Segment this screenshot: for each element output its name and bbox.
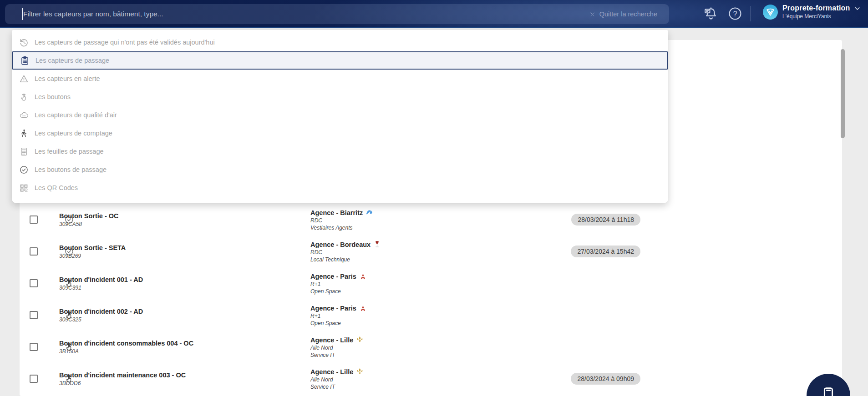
quit-search-label: Quitter la recherche — [599, 10, 657, 18]
topbar-divider — [751, 6, 751, 21]
search-bar[interactable]: Quitter la recherche — [5, 4, 669, 24]
suggestion-item[interactable]: Les capteurs en alerte — [12, 70, 668, 88]
wine-glass-emoji-icon — [373, 241, 381, 248]
site-zone: Vestiaires Agents — [310, 225, 373, 231]
site-floor: R+1 — [310, 281, 367, 287]
site-zone: Service IT — [310, 352, 364, 358]
site-name: Agence - Lille — [310, 336, 353, 344]
site-name: Agence - Paris — [310, 273, 356, 280]
sensor-row[interactable]: Bouton Sortie - OC 309CA58 Agence - Biar… — [20, 204, 842, 236]
sensor-id: 3B150A — [59, 348, 193, 355]
sensor-main: Bouton Sortie - SETA 309B269 — [59, 244, 126, 259]
sensor-main: Bouton d'incident 002 - AD 309C325 — [59, 308, 143, 323]
search-suggestions-dropdown: Les capteurs de passage qui n'ont pas ét… — [12, 30, 668, 203]
row-checkbox[interactable] — [30, 311, 38, 319]
sensor-name: Bouton Sortie - OC — [59, 212, 119, 220]
fleur-de-lis-emoji-icon — [356, 336, 364, 344]
row-checkbox[interactable] — [30, 279, 38, 287]
sensor-location: Agence - Paris R+1 Open Space — [310, 272, 367, 295]
text-cursor — [22, 8, 23, 20]
sensor-location: Agence - Biarritz RDC Vestiaires Agents — [310, 209, 373, 231]
scrollbar-thumb[interactable] — [841, 49, 845, 138]
walking-person-icon — [19, 129, 29, 138]
site-name: Agence - Lille — [310, 368, 353, 376]
site-floor: Aile Nord — [310, 345, 364, 351]
sensor-list: Bouton Sortie - OC 309CA58 Agence - Biar… — [20, 204, 842, 395]
sensor-name: Bouton d'incident 002 - AD — [59, 308, 143, 315]
suggestion-item[interactable]: Les capteurs de passage qui n'ont pas ét… — [12, 33, 668, 51]
account-team: L'équipe MerciYanis — [782, 13, 861, 20]
notification-bell-icon — [703, 6, 719, 21]
suggestion-item[interactable]: Les boutons — [12, 88, 668, 106]
app-screen: Quitter la recherche ? Proprete-formatio… — [0, 0, 868, 396]
sensor-row[interactable]: Bouton d'incident 001 - AD 309C391 Agenc… — [20, 267, 842, 299]
account-menu[interactable]: Proprete-formation L'équipe MerciYanis — [763, 4, 861, 20]
topbar: Quitter la recherche ? Proprete-formatio… — [0, 0, 868, 28]
site-zone: Local Technique — [310, 256, 381, 263]
site-floor: RDC — [310, 217, 373, 224]
suggestion-item[interactable]: CO2 Les capteurs de qualité d'air — [12, 106, 668, 124]
sensor-name: Bouton d'incident consommables 004 - OC — [59, 340, 193, 347]
quit-search-button[interactable]: Quitter la recherche — [589, 10, 657, 18]
tokyo-tower-emoji-icon — [359, 304, 367, 312]
sensor-name: Bouton d'incident maintenance 003 - OC — [59, 371, 186, 379]
account-text: Proprete-formation L'équipe MerciYanis — [782, 4, 861, 20]
site-floor: Aile Nord — [310, 376, 364, 383]
sensor-name: Bouton Sortie - SETA — [59, 244, 126, 251]
sensor-main: Bouton d'incident 001 - AD 309C391 — [59, 276, 143, 291]
fleur-de-lis-emoji-icon — [356, 368, 364, 376]
site-floor: R+1 — [310, 313, 367, 319]
row-checkbox[interactable] — [30, 375, 38, 383]
site-zone: Open Space — [310, 320, 367, 326]
sensor-id: 309B269 — [59, 253, 126, 259]
svg-text:?: ? — [733, 10, 737, 18]
sensor-location: Agence - Bordeaux RDC Local Technique — [310, 241, 381, 263]
sensor-main: Bouton d'incident maintenance 003 - OC 3… — [59, 371, 186, 386]
alert-triangle-icon — [19, 74, 29, 84]
row-checkbox[interactable] — [30, 247, 38, 256]
sensor-id: 309C391 — [59, 285, 143, 291]
sensor-row[interactable]: Bouton d'incident 002 - AD 309C325 Agenc… — [20, 299, 842, 331]
suggestion-item[interactable]: Les capteurs de passage — [12, 51, 668, 70]
check-circle-icon — [19, 165, 29, 175]
sensor-location: Agence - Lille Aile Nord Service IT — [310, 368, 364, 390]
site-name: Agence - Biarritz — [310, 209, 363, 216]
notifications-button[interactable] — [703, 6, 719, 21]
sensor-name: Bouton d'incident 001 - AD — [59, 276, 143, 283]
account-name: Proprete-formation — [782, 4, 850, 12]
sensor-main: Bouton d'incident consommables 004 - OC … — [59, 340, 193, 355]
svg-text:CO2: CO2 — [22, 115, 25, 116]
sensor-id: 309C325 — [59, 316, 143, 323]
merciyanis-shield-logo — [763, 5, 778, 20]
sensor-id: 309CA58 — [59, 221, 119, 227]
search-input[interactable] — [5, 4, 589, 24]
sensor-location: Agence - Lille Aile Nord Service IT — [310, 336, 364, 358]
site-floor: RDC — [310, 249, 381, 256]
sensor-row[interactable]: Bouton Sortie - SETA 309B269 Agence - Bo… — [20, 236, 842, 267]
site-name: Agence - Bordeaux — [310, 241, 371, 248]
suggestion-item[interactable]: Les QR Codes — [12, 179, 668, 197]
help-button[interactable]: ? — [727, 6, 743, 21]
site-name: Agence - Paris — [310, 305, 356, 312]
suggestion-item[interactable]: Les capteurs de comptage — [12, 124, 668, 142]
phone-icon — [818, 385, 839, 396]
sensor-row[interactable]: Bouton d'incident maintenance 003 - OC 3… — [20, 363, 842, 395]
last-seen-badge: 28/03/2024 à 11h18 — [571, 214, 640, 226]
history-icon — [19, 38, 29, 47]
help-icon: ? — [727, 6, 743, 21]
sensor-main: Bouton Sortie - OC 309CA58 — [59, 212, 119, 227]
air-quality-icon: CO2 — [19, 110, 29, 120]
last-seen-badge: 27/03/2024 à 15h42 — [571, 246, 640, 257]
sensor-id: 3BDDD6 — [59, 380, 186, 386]
last-seen-badge: 28/03/2024 à 09h09 — [571, 373, 640, 385]
site-zone: Open Space — [310, 288, 367, 295]
row-checkbox[interactable] — [30, 216, 38, 224]
sensor-location: Agence - Paris R+1 Open Space — [310, 304, 367, 326]
sensor-row[interactable]: Bouton d'incident consommables 004 - OC … — [20, 331, 842, 363]
clipboard-icon — [20, 56, 30, 65]
passage-sheet-icon — [19, 147, 29, 156]
row-checkbox[interactable] — [30, 343, 38, 351]
suggestion-item[interactable]: Les boutons de passage — [12, 160, 668, 179]
water-wave-emoji-icon — [365, 209, 373, 216]
suggestion-item[interactable]: Les feuilles de passage — [12, 142, 668, 160]
